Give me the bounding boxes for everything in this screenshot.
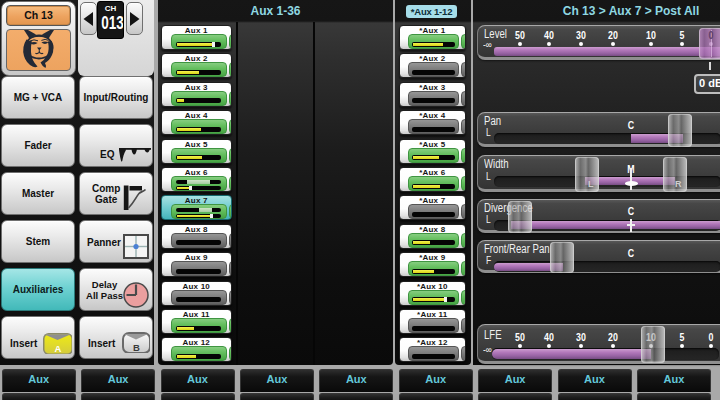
svg-text:A: A	[55, 343, 62, 354]
svg-text:B: B	[133, 342, 140, 353]
